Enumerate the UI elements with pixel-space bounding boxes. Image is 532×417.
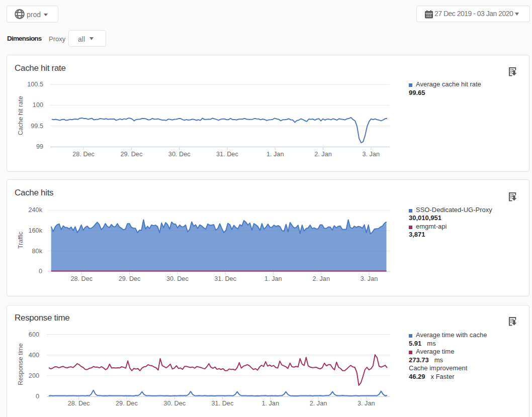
svg-text:3. Jan: 3. Jan: [358, 400, 375, 407]
svg-text:3. Jan: 3. Jan: [363, 151, 380, 158]
svg-text:1. Jan: 1. Jan: [264, 275, 282, 282]
svg-text:29. Dec: 29. Dec: [119, 275, 141, 282]
svg-text:31. Dec: 31. Dec: [214, 275, 236, 282]
svg-text:200: 200: [29, 372, 39, 379]
svg-text:3. Jan: 3. Jan: [361, 275, 378, 282]
svg-text:100.5: 100.5: [27, 81, 43, 88]
svg-text:30. Dec: 30. Dec: [163, 400, 186, 407]
svg-text:Response time: Response time: [17, 343, 24, 385]
svg-text:2. Jan: 2. Jan: [310, 400, 327, 407]
svg-text:160k: 160k: [28, 227, 42, 234]
svg-text:100: 100: [33, 101, 43, 109]
svg-text:28. Dec: 28. Dec: [68, 400, 90, 407]
svg-text:29. Dec: 29. Dec: [116, 400, 138, 407]
svg-text:Cache hit rate: Cache hit rate: [17, 96, 24, 135]
svg-text:30. Dec: 30. Dec: [168, 151, 191, 158]
svg-text:2. Jan: 2. Jan: [314, 151, 332, 158]
svg-text:1. Jan: 1. Jan: [267, 151, 284, 158]
svg-text:80k: 80k: [32, 248, 43, 255]
svg-text:28. Dec: 28. Dec: [70, 275, 93, 282]
svg-text:31. Dec: 31. Dec: [212, 400, 234, 407]
svg-text:0: 0: [39, 268, 42, 275]
svg-text:2. Jan: 2. Jan: [312, 275, 330, 282]
svg-text:240k: 240k: [28, 206, 42, 214]
svg-text:99.5: 99.5: [31, 123, 43, 130]
svg-text:29. Dec: 29. Dec: [121, 151, 143, 158]
svg-text:28. Dec: 28. Dec: [72, 151, 95, 158]
svg-text:31. Dec: 31. Dec: [216, 151, 238, 158]
svg-text:1. Jan: 1. Jan: [261, 400, 279, 407]
svg-text:Traffic: Traffic: [17, 232, 24, 249]
svg-text:600: 600: [29, 331, 39, 338]
svg-text:400: 400: [29, 352, 39, 359]
svg-text:30. Dec: 30. Dec: [166, 275, 189, 282]
svg-text:99: 99: [36, 143, 43, 150]
svg-text:0: 0: [36, 393, 39, 400]
